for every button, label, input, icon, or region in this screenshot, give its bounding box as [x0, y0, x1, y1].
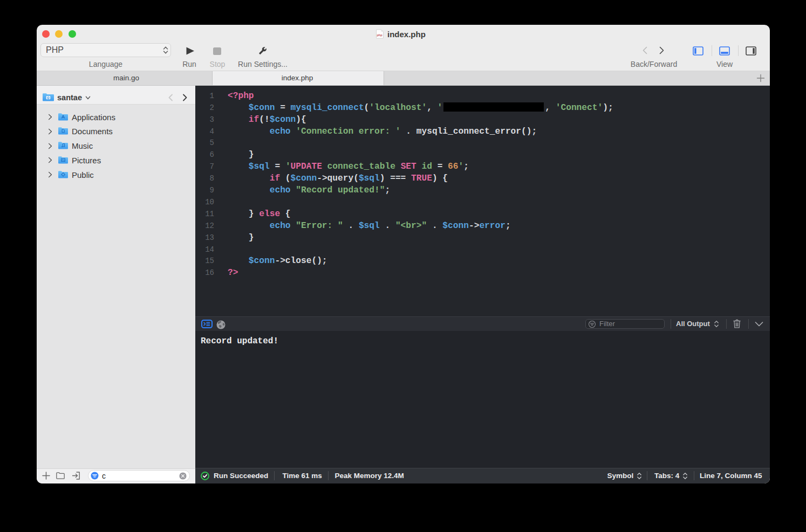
svg-text:php: php [377, 33, 382, 37]
